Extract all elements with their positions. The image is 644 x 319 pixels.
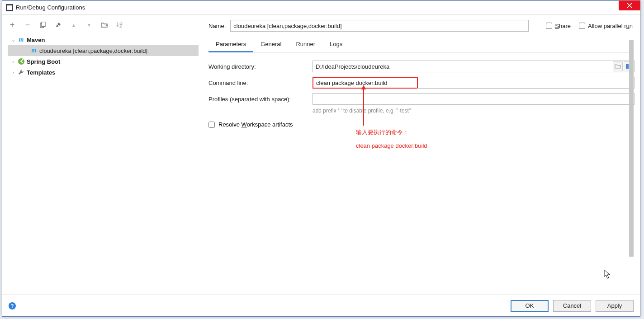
tree-label: cloudeureka [clean,package,docker:build]: [39, 47, 147, 54]
cancel-button[interactable]: Cancel: [553, 300, 591, 312]
annotation-text: 输入要执行的命令： clean package docker:build: [356, 126, 427, 153]
add-config-icon[interactable]: +: [9, 21, 16, 28]
config-tree: ⌄ m Maven m cloudeureka [clean,package,d…: [8, 33, 199, 295]
app-icon: [6, 4, 13, 11]
working-directory-label: Working directory:: [208, 63, 313, 70]
help-icon[interactable]: ?: [9, 302, 16, 310]
window-title: Run/Debug Configurations: [16, 4, 619, 11]
window-close-button[interactable]: [619, 0, 640, 10]
command-line-input[interactable]: [313, 77, 418, 89]
resolve-workspace-checkbox-input[interactable]: [208, 122, 215, 128]
tab-general[interactable]: General: [253, 37, 289, 52]
copy-config-icon[interactable]: [39, 21, 47, 28]
resolve-workspace-label: Resolve Workspace artifacts: [218, 121, 293, 128]
svg-rect-4: [626, 64, 629, 69]
working-directory-input[interactable]: [313, 61, 635, 72]
tab-runner[interactable]: Runner: [289, 37, 322, 52]
tree-node-templates[interactable]: › Templates: [8, 67, 199, 78]
sidebar-toolbar: + − ▲ ▼ az: [8, 18, 199, 33]
scrollbar[interactable]: [629, 40, 634, 257]
wrench-icon: [18, 69, 25, 76]
folder-icon[interactable]: [101, 21, 108, 28]
svg-text:z: z: [119, 22, 123, 28]
scrollbar-thumb[interactable]: [629, 40, 634, 257]
annotation-line2: clean package docker:build: [356, 139, 427, 153]
move-up-icon[interactable]: ▲: [70, 21, 77, 28]
profiles-hint: add prefix '-' to disable profile, e.g. …: [313, 108, 635, 114]
dialog-footer: ? OK Cancel Apply: [2, 295, 640, 316]
tree-node-spring-boot[interactable]: › Spring Boot: [8, 56, 199, 67]
share-checkbox[interactable]: Share: [546, 23, 571, 29]
config-detail-pane: Name: Share Allow parallel run Parameter…: [199, 18, 635, 295]
allow-parallel-label: Allow parallel run: [588, 23, 633, 29]
maven-icon: m: [30, 47, 38, 54]
browse-folder-icon[interactable]: [613, 61, 623, 71]
tree-label: Spring Boot: [27, 58, 60, 65]
expand-icon[interactable]: ›: [10, 59, 16, 64]
allow-parallel-checkbox-input[interactable]: [579, 23, 585, 29]
tab-parameters[interactable]: Parameters: [208, 37, 253, 52]
share-label: Share: [555, 23, 571, 29]
spring-boot-icon: [18, 58, 25, 65]
name-label: Name:: [208, 23, 226, 29]
tab-logs[interactable]: Logs: [322, 37, 350, 52]
configurations-sidebar: + − ▲ ▼ az ⌄ m: [8, 18, 199, 295]
ok-button[interactable]: OK: [511, 300, 549, 312]
maven-icon: m: [18, 36, 25, 43]
dialog-window: Run/Debug Configurations + − ▲ ▼: [2, 0, 640, 317]
move-down-icon[interactable]: ▼: [85, 21, 93, 28]
sort-icon[interactable]: az: [116, 21, 123, 28]
mouse-cursor-icon: [604, 269, 612, 279]
svg-rect-1: [42, 22, 45, 27]
tree-node-maven-child[interactable]: m cloudeureka [clean,package,docker:buil…: [8, 45, 199, 56]
tree-label: Maven: [27, 37, 45, 43]
titlebar: Run/Debug Configurations: [2, 1, 640, 14]
profiles-label: Profiles (separated with space):: [208, 96, 313, 103]
expand-icon[interactable]: ›: [10, 70, 16, 75]
tree-label: Templates: [27, 69, 55, 76]
profiles-input[interactable]: [313, 93, 635, 105]
apply-button[interactable]: Apply: [596, 300, 634, 312]
name-input[interactable]: [230, 20, 529, 32]
command-line-label: Command line:: [208, 80, 313, 86]
remove-config-icon[interactable]: −: [24, 21, 31, 28]
tabs: Parameters General Runner Logs: [208, 36, 635, 52]
tree-node-maven[interactable]: ⌄ m Maven: [8, 34, 199, 45]
edit-defaults-icon[interactable]: [55, 21, 62, 28]
expand-icon[interactable]: ⌄: [10, 37, 16, 43]
allow-parallel-checkbox[interactable]: Allow parallel run: [579, 23, 633, 29]
share-checkbox-input[interactable]: [546, 23, 552, 29]
resolve-workspace-checkbox[interactable]: Resolve Workspace artifacts: [208, 121, 635, 128]
